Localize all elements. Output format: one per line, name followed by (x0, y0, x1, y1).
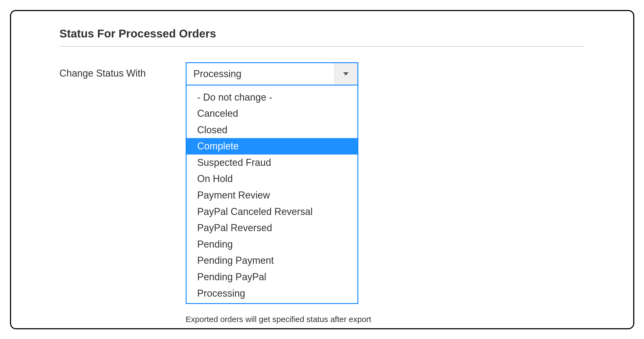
status-select-toggle[interactable] (334, 63, 357, 85)
status-option[interactable]: Closed (187, 122, 357, 138)
status-dropdown: - Do not change -CanceledClosedCompleteS… (186, 85, 358, 304)
status-option[interactable]: Pending PayPal (187, 269, 357, 285)
status-option[interactable]: Suspected Fraud (187, 155, 357, 171)
status-option[interactable]: Processing (187, 285, 357, 302)
field-control-column: Processing - Do not change -CanceledClos… (186, 62, 371, 324)
status-option[interactable]: PayPal Canceled Reversal (187, 204, 357, 220)
status-option[interactable]: On Hold (187, 171, 357, 187)
config-panel: Status For Processed Orders Change Statu… (10, 10, 634, 329)
status-select[interactable]: Processing (186, 62, 358, 85)
field-help-text: Exported orders will get specified statu… (186, 315, 371, 324)
status-option[interactable]: Pending Payment (187, 252, 357, 269)
status-option[interactable]: Payment Review (187, 187, 357, 204)
status-option[interactable]: Complete (187, 138, 357, 155)
status-select-value: Processing (187, 63, 334, 85)
field-label-change-status: Change Status With (60, 62, 186, 79)
status-option[interactable]: - Do not change - (187, 89, 357, 106)
status-select-widget: Processing - Do not change -CanceledClos… (186, 62, 358, 304)
status-option[interactable]: Canceled (187, 105, 357, 122)
field-row-change-status: Change Status With Processing - Do not c… (60, 62, 585, 324)
status-option[interactable]: Pending (187, 236, 357, 253)
section-title: Status For Processed Orders (60, 27, 585, 47)
caret-down-icon (343, 72, 349, 76)
status-option[interactable]: PayPal Reversed (187, 220, 357, 236)
